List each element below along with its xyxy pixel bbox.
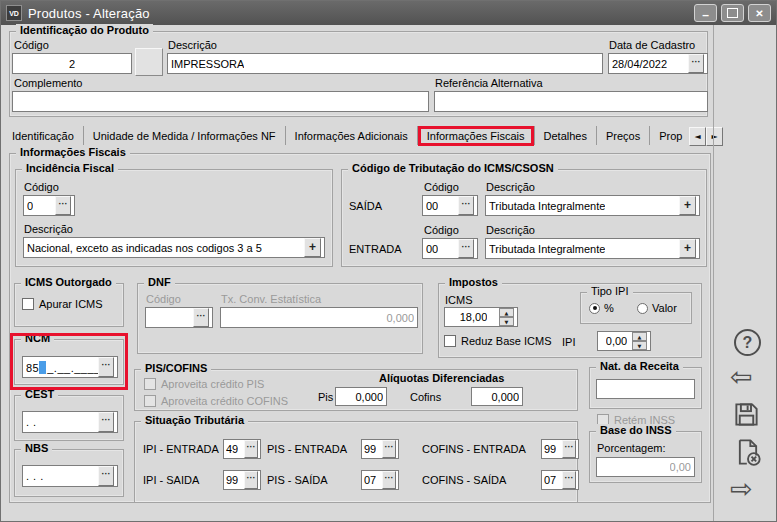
ipi-entrada-ellipsis-icon[interactable] (244, 440, 258, 458)
pis-entrada-field[interactable]: 99 (361, 439, 399, 459)
title-bar: VD Produtos - Alteração (1, 1, 776, 25)
complemento-field[interactable] (12, 91, 429, 112)
referencia-alternativa-field[interactable] (434, 91, 708, 112)
ipi-label: IPI (562, 336, 575, 348)
tipo-ipi-percent-radio[interactable]: % (589, 302, 614, 314)
incidencia-codigo-ellipsis-icon[interactable] (55, 196, 71, 215)
descricao-field[interactable]: IMPRESSORA (167, 53, 603, 74)
nbs-ellipsis-icon[interactable] (98, 466, 114, 486)
help-icon[interactable] (734, 329, 761, 356)
ipi-entrada-field[interactable]: 49 (223, 439, 261, 459)
ipi-saida-field[interactable]: 99 (223, 470, 261, 490)
cofins-saida-field[interactable]: 07 (541, 470, 579, 490)
data-cadastro-field[interactable]: 28/04/2022 (608, 53, 708, 74)
codigo-lookup-button[interactable] (135, 48, 163, 76)
cofins-saida-label: COFINS - SAÍDA (422, 474, 506, 486)
complemento-label: Complemento (14, 77, 82, 89)
tab-unidade-medida-informacoes-nf[interactable]: Unidade de Medida / Informações NF (84, 127, 285, 145)
saida-descricao-dropdown-icon[interactable] (679, 196, 696, 215)
cofins-aliquota-field[interactable]: 0,000 (471, 387, 523, 406)
checkbox-box (144, 395, 156, 407)
cofins-saida-ellipsis-icon[interactable] (562, 471, 576, 489)
tab-scroll-left-icon[interactable] (689, 127, 706, 146)
maximize-icon[interactable] (721, 4, 744, 22)
entrada-descricao-combobox[interactable]: Tributada Integralmente (485, 238, 700, 259)
saida-descricao-combobox[interactable]: Tributada Integralmente (485, 195, 700, 216)
checkbox-box (22, 298, 34, 310)
spin-down-icon[interactable] (499, 317, 514, 326)
forward-arrow-icon[interactable] (730, 475, 753, 502)
tab-scroll-right-icon[interactable] (706, 127, 723, 146)
dnf-codigo-label: Código (146, 293, 181, 305)
tipo-ipi-title: Tipo IPI (587, 285, 633, 297)
ipi-entrada-label: IPI - ENTRADA (143, 443, 219, 455)
entrada-codigo-field[interactable]: 00 (422, 238, 478, 259)
pis-saida-field[interactable]: 07 (361, 470, 399, 490)
data-cadastro-ellipsis-icon[interactable] (688, 54, 704, 73)
tab-informacoes-adicionais[interactable]: Informações Adicionais (286, 127, 417, 145)
pis-label: Pis (318, 391, 333, 403)
pis-saida-ellipsis-icon[interactable] (382, 471, 396, 489)
spin-down-icon[interactable] (632, 341, 647, 350)
identificacao-produto-title: Identificação do Produto (16, 24, 153, 36)
nat-receita-title: Nat. da Receita (596, 360, 683, 372)
spin-up-icon[interactable] (632, 332, 647, 341)
dnf-codigo-field (145, 307, 213, 328)
minimize-icon[interactable] (694, 4, 717, 22)
cofins-entrada-ellipsis-icon[interactable] (562, 440, 576, 458)
codigo-label: Código (14, 39, 49, 51)
saida-codigo-ellipsis-icon[interactable] (458, 196, 474, 215)
entrada-descricao-dropdown-icon[interactable] (679, 239, 696, 258)
cofins-entrada-label: COFINS - ENTRADA (422, 443, 526, 455)
cofins-entrada-field[interactable]: 99 (541, 439, 579, 459)
apurar-icms-checkbox[interactable]: Apurar ICMS (22, 298, 103, 310)
tab-precos[interactable]: Preços (597, 127, 649, 145)
ncm-ellipsis-icon[interactable] (98, 357, 114, 377)
reduz-base-icms-checkbox[interactable]: Reduz Base ICMS (444, 335, 551, 347)
entrada-codigo-ellipsis-icon[interactable] (458, 239, 474, 258)
close-icon[interactable] (748, 4, 771, 22)
text-cursor (39, 361, 46, 374)
icms-spinner[interactable]: 18,00 (444, 307, 518, 327)
cest-field[interactable]: . . (22, 411, 118, 433)
tab-propriedades[interactable]: Prop (650, 127, 688, 145)
ipi-saida-label: IPI - SAIDA (143, 474, 199, 486)
tx-conv-estatistica-label: Tx. Conv. Estatística (221, 293, 321, 305)
pis-entrada-ellipsis-icon[interactable] (382, 440, 396, 458)
pis-aliquota-field[interactable]: 0,000 (335, 387, 387, 406)
codigo-field[interactable]: 2 (12, 53, 132, 74)
app-logo-icon: VD (6, 5, 22, 21)
dnf-codigo-ellipsis-icon[interactable] (193, 308, 209, 327)
incidencia-descricao-label: Descrição (24, 223, 73, 235)
ncm-field[interactable]: 85_.__.____ (22, 356, 118, 378)
tipo-ipi-valor-radio[interactable]: Valor (637, 302, 677, 314)
icms-spin-buttons[interactable] (499, 308, 514, 326)
ipi-spin-buttons[interactable] (632, 332, 647, 350)
nbs-field[interactable]: . . . (22, 465, 118, 487)
cest-ellipsis-icon[interactable] (98, 412, 114, 432)
incidencia-descricao-dropdown-icon[interactable] (304, 238, 321, 257)
tab-identificacao[interactable]: Identificação (3, 127, 83, 145)
descricao-label: Descrição (168, 39, 217, 51)
cofins-label: Cofins (410, 391, 441, 403)
nat-receita-field[interactable] (596, 379, 695, 399)
situacao-tributaria-title: Situação Tributária (141, 414, 248, 426)
ipi-saida-ellipsis-icon[interactable] (244, 471, 258, 489)
radio-dot (589, 303, 600, 314)
entrada-descricao-label: Descrição (486, 224, 535, 236)
incidencia-descricao-combobox[interactable]: Nacional, exceto as indicadas nos codigo… (23, 237, 325, 258)
back-arrow-icon[interactable] (730, 363, 753, 390)
saida-codigo-field[interactable]: 00 (422, 195, 478, 216)
porcentagem-label: Porcentagem: (597, 442, 665, 454)
aliquotas-diferenciadas-title: Alíquotas Diferenciadas (379, 372, 504, 384)
situacao-tributaria-group: Situação Tributária (134, 421, 578, 503)
incidencia-codigo-field[interactable]: 0 (23, 195, 75, 216)
base-inss-title: Base do INSS (596, 424, 676, 436)
tab-informacoes-fiscais[interactable]: Informações Fiscais (418, 126, 534, 146)
spin-up-icon[interactable] (499, 308, 514, 317)
save-icon[interactable] (733, 401, 760, 428)
cancel-record-icon[interactable] (734, 438, 762, 466)
ipi-spinner[interactable]: 0,00 (597, 331, 651, 351)
informacoes-fiscais-title: Informações Fiscais (16, 146, 130, 158)
tab-detalhes[interactable]: Detalhes (535, 127, 596, 145)
